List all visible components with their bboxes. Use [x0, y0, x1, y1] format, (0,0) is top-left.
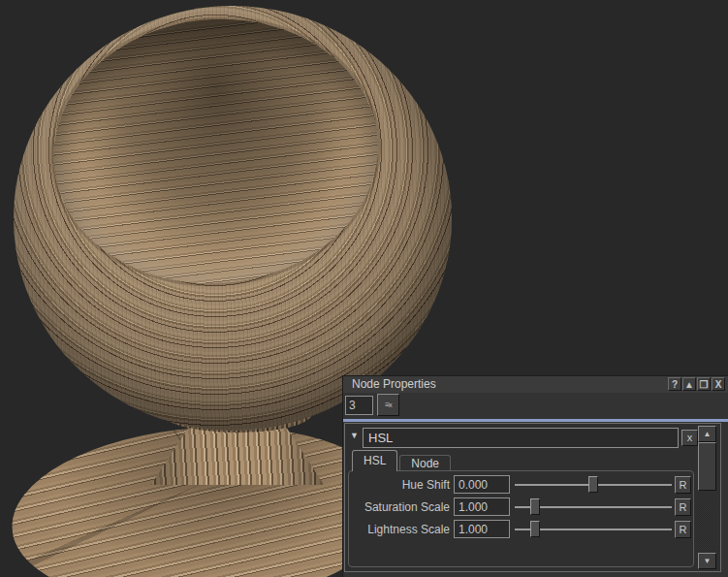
slider-handle[interactable] — [530, 521, 540, 537]
hue-shift-reset-button[interactable]: R — [675, 476, 691, 494]
clear-panels-icon: ≡x — [385, 401, 392, 409]
scroll-up-icon[interactable]: ▲ — [698, 426, 716, 442]
max-panels-input[interactable] — [345, 396, 373, 415]
tab-node[interactable]: Node — [399, 455, 451, 471]
close-icon[interactable]: X — [712, 377, 725, 391]
lightness-scale-slider[interactable] — [515, 520, 672, 538]
lightness-scale-input[interactable] — [454, 520, 510, 538]
material-preview-sphere — [14, 6, 452, 431]
scrollbar[interactable]: ▲ ▼ — [698, 426, 716, 569]
float-panel-icon[interactable]: ▲ — [682, 377, 696, 391]
slider-handle[interactable] — [588, 476, 598, 493]
lightness-scale-reset-button[interactable]: R — [675, 521, 691, 538]
lightness-scale-row: Lightness Scale R — [349, 518, 693, 540]
scrollbar-track[interactable] — [698, 442, 716, 553]
sphere-indentation — [43, 6, 389, 297]
tab-bar: HSL Node — [352, 450, 453, 471]
saturation-scale-label: Saturation Scale — [351, 500, 454, 514]
clear-panels-button[interactable]: ≡x — [377, 394, 399, 416]
help-icon[interactable]: ? — [668, 377, 681, 391]
node-name-input[interactable] — [363, 428, 679, 448]
scroll-down-icon[interactable]: ▼ — [698, 553, 716, 569]
titlebar-icons: ? ▲ ❐ X — [667, 377, 725, 391]
scrollbar-thumb[interactable] — [698, 442, 716, 491]
hue-shift-slider[interactable] — [515, 475, 672, 494]
slider-handle[interactable] — [530, 498, 540, 515]
saturation-scale-input[interactable] — [454, 497, 510, 516]
restore-icon[interactable]: ❐ — [697, 377, 711, 391]
saturation-scale-slider[interactable] — [515, 497, 672, 516]
collapse-triangle-icon[interactable]: ▼ — [350, 431, 359, 440]
saturation-scale-reset-button[interactable]: R — [675, 498, 691, 516]
close-node-panel-button[interactable]: x — [681, 430, 698, 446]
hue-shift-label: Hue Shift — [351, 478, 454, 492]
saturation-scale-row: Saturation Scale R — [349, 496, 693, 518]
panel-titlebar: Node Properties ? ▲ ❐ X — [343, 376, 728, 393]
node-properties-panel: Node Properties ? ▲ ❐ X ≡x ▼ x HSL Node — [342, 375, 728, 577]
viewport: Node Properties ? ▲ ❐ X ≡x ▼ x HSL Node — [0, 0, 728, 577]
hue-shift-row: Hue Shift R — [349, 473, 693, 496]
hue-shift-input[interactable] — [454, 475, 510, 494]
tab-hsl[interactable]: HSL — [352, 450, 397, 471]
lightness-scale-label: Lightness Scale — [351, 523, 454, 536]
focus-accent-line — [343, 419, 728, 422]
node-panel-area: ▼ x HSL Node Hue Shift R Satur — [344, 423, 721, 572]
tab-content: Hue Shift R Saturation Scale R — [348, 470, 694, 567]
panel-title: Node Properties — [352, 377, 436, 392]
